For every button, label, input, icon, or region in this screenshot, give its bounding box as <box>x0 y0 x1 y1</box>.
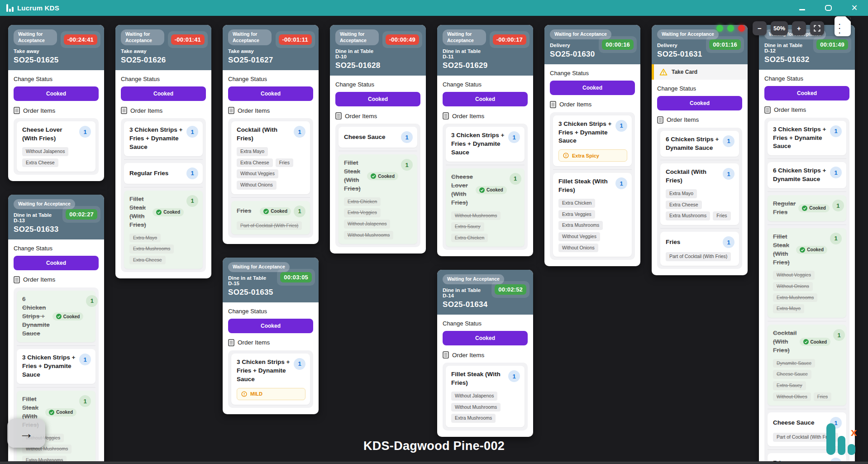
cooked-status-button[interactable]: Cooked <box>121 86 206 101</box>
order-items-label: Order Items <box>238 107 270 114</box>
order-card[interactable]: Waiting for Acceptance00:01:49Dine in at… <box>759 25 855 461</box>
change-status-label: Change Status <box>14 76 99 82</box>
card-column: Waiting for Acceptance00:01:16DeliverySO… <box>652 25 748 275</box>
order-item[interactable]: Fillet Steak (With Fries)1Extra ChickenE… <box>553 173 632 257</box>
item-modifier-tags: Extra MayoExtra CheeseFriesWithout Veggi… <box>237 147 305 190</box>
order-number: SO25-01629 <box>443 61 529 70</box>
order-item[interactable]: FriesCooked1Part of Cocktail (With Fries… <box>231 201 310 235</box>
zoom-in-button[interactable]: + <box>792 21 806 35</box>
fullscreen-button[interactable] <box>810 21 824 35</box>
cooked-status-button[interactable]: Cooked <box>228 86 313 101</box>
order-card[interactable]: Waiting for Acceptance00:02:52Dine in at… <box>437 270 533 436</box>
cooked-badge: Cooked <box>796 246 827 254</box>
order-item[interactable]: Cocktail (With Fries)1Extra MayoExtra Ch… <box>660 163 739 225</box>
item-qty-badge: 1 <box>510 173 521 185</box>
item-qty-badge: 1 <box>508 370 520 382</box>
close-button[interactable]: × <box>850 4 859 13</box>
maximize-button[interactable] <box>824 4 833 13</box>
cooked-status-button[interactable]: Cooked <box>443 331 528 345</box>
order-items-label: Order Items <box>559 101 591 108</box>
order-card[interactable]: Waiting for Acceptance-00:00:49Dine in a… <box>330 25 426 254</box>
order-item-row: FriesCooked1Part of Cocktail (With Fries… <box>231 198 310 235</box>
order-item[interactable]: Cheese Sauce1 <box>339 127 417 148</box>
minimize-button[interactable] <box>797 4 806 13</box>
cooked-status-button[interactable]: Cooked <box>443 92 528 106</box>
card-column: Waiting for Acceptance-00:01:11Take away… <box>223 25 319 414</box>
cooked-badge: Cooked <box>800 338 831 346</box>
order-item-head: Fries1 <box>773 458 842 461</box>
order-item[interactable]: 3 Chicken Strips + Fries + Dynamite Sauc… <box>124 121 203 156</box>
order-item[interactable]: 3 Chicken Strips + Fries + Dynamite Sauc… <box>446 127 525 162</box>
zoom-out-button[interactable]: − <box>753 21 767 35</box>
order-item-row: 3 Chicken Strips + Fries + Dynamite Sauc… <box>553 115 632 170</box>
timer-well: 00:00:16 <box>599 36 637 53</box>
order-item-row: Cheese Lover (With Fries)Cooked1Without … <box>446 165 525 247</box>
next-page-button[interactable]: → <box>7 419 45 448</box>
item-modifier-tags: Without JalapenosExtra Cheese <box>22 147 91 167</box>
order-items-label: Order Items <box>774 106 806 113</box>
page-menu-button[interactable]: ... <box>835 16 851 36</box>
order-item-head: Cheese Lover (With Fries)Cooked1 <box>451 173 520 207</box>
order-items-icon <box>228 339 234 346</box>
order-item[interactable]: Regular FriesCooked1 <box>768 195 846 221</box>
payment-alert-label: Take Card <box>672 69 697 75</box>
cooked-status-button[interactable]: Cooked <box>657 96 742 110</box>
order-item[interactable]: 6 Chicken Strips + Dynamite Sauce1 <box>660 131 739 157</box>
change-status-label: Change Status <box>14 245 99 252</box>
order-item[interactable]: Fillet Steak (With Fries)Cooked1Extra Ma… <box>124 191 203 269</box>
order-card[interactable]: Waiting for Acceptance-00:01:11Take away… <box>223 25 319 244</box>
order-item[interactable]: Cheese Lover (With Fries)1Without Jalape… <box>17 121 95 172</box>
cooked-status-button[interactable]: Cooked <box>14 86 99 101</box>
order-item-row: Cocktail (With Fries)Cooked1Dynamite Sau… <box>768 321 846 409</box>
order-timer: -00:00:49 <box>386 34 419 45</box>
card-columns: Waiting for Acceptance-00:24:41Take away… <box>8 25 855 461</box>
order-card-header: Waiting for Acceptance00:00:16DeliverySO… <box>544 25 640 64</box>
cooked-status-button[interactable]: Cooked <box>764 86 849 100</box>
order-card-body: Change StatusCookedOrder Items3 Chicken … <box>223 302 319 414</box>
cooked-badge: Cooked <box>45 408 76 416</box>
order-card[interactable]: Waiting for Acceptance-00:00:17Dine in a… <box>437 25 533 256</box>
order-items-icon <box>443 351 449 359</box>
order-card[interactable]: Waiting for Acceptance00:03:05Dine in at… <box>223 258 319 414</box>
order-item[interactable]: 3 Chicken Strips + Fries + Dynamite Sauc… <box>768 121 846 156</box>
order-item[interactable]: Fillet Steak (With Fries)Cooked1Without … <box>768 228 846 318</box>
order-item-row: 6 Chicken Strips + Dynamite SauceCooked1 <box>17 291 95 346</box>
order-item[interactable]: 6 Chicken Strips + Dynamite Sauce1 <box>768 162 846 188</box>
cooked-status-button[interactable]: Cooked <box>335 92 420 106</box>
order-item[interactable]: 3 Chicken Strips + Fries + Dynamite Sauc… <box>553 115 632 167</box>
item-modifier-tag: Without Onions <box>773 282 813 291</box>
order-item[interactable]: Fillet Steak (With Fries)1Without Jalape… <box>446 366 525 427</box>
order-item[interactable]: Cheese Lover (With Fries)Cooked1Without … <box>446 168 525 247</box>
cooked-status-button[interactable]: Cooked <box>550 81 635 95</box>
order-item[interactable]: 6 Chicken Strips + Dynamite SauceCooked1 <box>17 291 95 342</box>
screen-edge-strip <box>0 462 868 464</box>
order-item[interactable]: Cocktail (With Fries)1Extra MayoExtra Ch… <box>231 121 310 194</box>
order-item[interactable]: Regular Fries1 <box>124 163 203 184</box>
order-items-list: 3 Chicken Strips + Fries + Dynamite Sauc… <box>443 124 528 250</box>
maximize-icon <box>825 5 832 11</box>
order-number: SO25-01633 <box>14 225 100 234</box>
item-modifier-tag: Without Mushrooms <box>344 231 393 240</box>
order-item[interactable]: Fries1Part of Cocktail (With Fries) <box>660 232 739 266</box>
order-card[interactable]: Waiting for Acceptance00:01:16DeliverySO… <box>652 25 748 275</box>
order-item[interactable]: Cocktail (With Fries)Cooked1Dynamite Sau… <box>768 325 846 406</box>
fullscreen-icon <box>814 25 820 32</box>
item-name: 3 Chicken Strips + Fries + Dynamite Sauc… <box>773 125 827 151</box>
cooked-status-button[interactable]: Cooked <box>14 256 99 270</box>
order-type-label: Take away <box>14 48 100 54</box>
order-card[interactable]: Waiting for Acceptance00:00:16DeliverySO… <box>544 25 640 266</box>
warning-triangle-icon <box>659 68 668 76</box>
order-item-head: 3 Chicken Strips + Fries + Dynamite Sauc… <box>773 125 842 151</box>
order-item[interactable]: 3 Chicken Strips + Fries + Dynamite Sauc… <box>17 349 95 384</box>
order-item[interactable]: 3 Chicken Strips + Fries + Dynamite Sauc… <box>231 354 310 405</box>
order-items-label: Order Items <box>452 113 484 120</box>
order-type-label: Dine in at Table D-10 <box>335 48 421 59</box>
order-item[interactable]: Fillet Steak (With Fries)Cooked1Extra Ch… <box>339 154 417 244</box>
cooked-status-button[interactable]: Cooked <box>228 319 313 333</box>
order-card[interactable]: Waiting for Acceptance-00:24:41Take away… <box>8 25 104 181</box>
item-qty-badge: 1 <box>723 135 734 147</box>
order-card[interactable]: Waiting for Acceptance-00:01:41Take away… <box>115 25 211 278</box>
item-modifier-tag: Without Jalapenos <box>22 147 68 156</box>
lucrum-brand-logo: x <box>825 419 861 458</box>
item-modifier-tags: Extra MayoExtra MushroomsExtra Cheese <box>129 234 198 265</box>
